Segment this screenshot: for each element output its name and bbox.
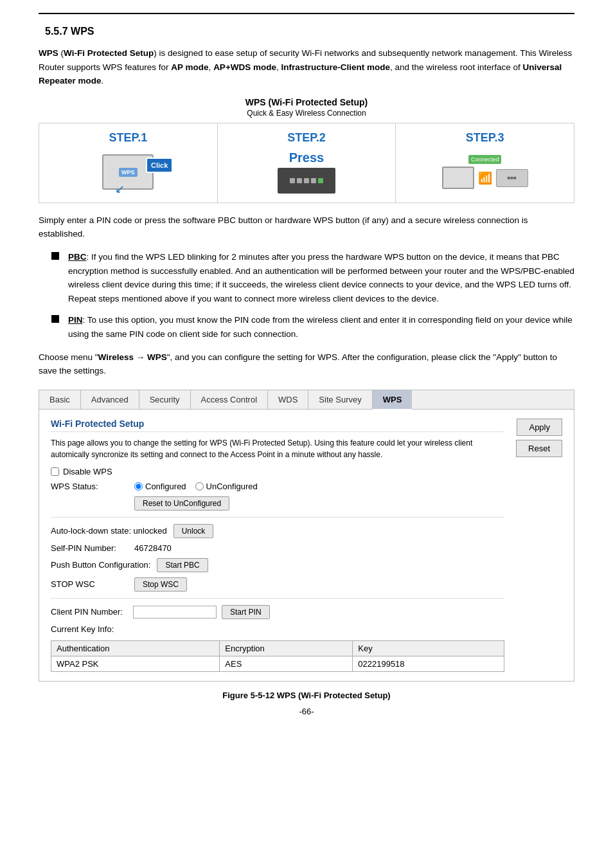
- start-pin-button[interactable]: Start PIN: [222, 605, 270, 619]
- wps-diagram: WPS (Wi-Fi Protected Setup) Quick & Easy…: [39, 97, 574, 203]
- tab-bar: Basic Advanced Security Access Control W…: [39, 390, 574, 410]
- step1-label: STEP.1: [46, 131, 211, 145]
- tab-wds[interactable]: WDS: [268, 390, 308, 409]
- table-header-auth: Authentication: [51, 640, 220, 656]
- table-row: WPA2 PSK AES 0222199518: [51, 656, 504, 671]
- wps-status-radio-group: Configured UnConfigured: [134, 482, 258, 491]
- wps-config-main: Wi-Fi Protected Setup This page allows y…: [51, 419, 504, 672]
- table-header-key: Key: [353, 640, 504, 656]
- bullet-square-icon: [51, 252, 59, 260]
- disable-wps-label: Disable WPS: [63, 467, 112, 476]
- pin-text: : To use this option, you must know the …: [68, 315, 573, 339]
- bullet-pbc: PBC: If you find the WPS LED blinking fo…: [51, 250, 574, 305]
- wps-status-label: WPS Status:: [51, 482, 128, 491]
- bullet-list: PBC: If you find the WPS LED blinking fo…: [51, 250, 574, 341]
- pbc-term: PBC: [68, 252, 87, 262]
- tab-security[interactable]: Security: [139, 390, 191, 409]
- figure-caption: Figure 5-5-12 WPS (Wi-Fi Protected Setup…: [39, 691, 574, 700]
- tab-basic[interactable]: Basic: [39, 390, 81, 409]
- reset-to-unconfigured-button[interactable]: Reset to UnConfigured: [134, 496, 229, 511]
- table-cell-enc: AES: [220, 656, 353, 671]
- start-pbc-button[interactable]: Start PBC: [157, 558, 208, 572]
- press-label: Press: [289, 150, 324, 165]
- unconfigured-label: UnConfigured: [206, 482, 258, 491]
- self-pin-label: Self-PIN Number:: [51, 543, 128, 553]
- wps-section-heading: Wi-Fi Protected Setup: [51, 419, 504, 432]
- current-key-row: Current Key Info:: [51, 624, 504, 634]
- current-key-label: Current Key Info:: [51, 624, 114, 634]
- intro-paragraph-1: WPS (Wi-Fi Protected Setup) is designed …: [39, 46, 574, 88]
- intro-paragraph-2: Simply enter a PIN code or press the sof…: [39, 213, 574, 241]
- diagram-title: WPS (Wi-Fi Protected Setup): [39, 97, 574, 107]
- wps-step-3: STEP.3 Connected 📶 ■■■: [396, 123, 574, 203]
- unconfigured-option[interactable]: UnConfigured: [195, 482, 258, 491]
- tab-wps[interactable]: WPS: [373, 390, 413, 410]
- table-cell-auth: WPA2 PSK: [51, 656, 220, 671]
- reset-unconfigured-row: Reset to UnConfigured: [51, 496, 504, 511]
- auto-lock-label: Auto-lock-down state: unlocked: [51, 526, 167, 536]
- push-button-row: Push Button Configuration: Start PBC: [51, 558, 504, 572]
- table-cell-key: 0222199518: [353, 656, 504, 671]
- tab-site-survey[interactable]: Site Survey: [308, 390, 372, 409]
- disable-wps-row: Disable WPS: [51, 467, 504, 476]
- wps-status-row: WPS Status: Configured UnConfigured: [51, 482, 504, 491]
- apply-button[interactable]: Apply: [517, 419, 562, 436]
- client-pin-row: Client PIN Number: Start PIN: [51, 605, 504, 619]
- config-sidebar: Apply Reset: [511, 419, 562, 672]
- client-pin-label: Client PIN Number:: [51, 607, 128, 617]
- key-info-table: Authentication Encryption Key WPA2 PSK A…: [51, 640, 504, 672]
- step2-label: STEP.2: [224, 131, 389, 145]
- intro-paragraph-3: Choose menu "Wireless → WPS", and you ca…: [39, 350, 574, 378]
- stop-wsc-label: STOP WSC: [51, 579, 128, 589]
- wps-step-2: STEP.2 Press: [218, 123, 396, 203]
- bullet-pin: PIN: To use this option, you must know t…: [51, 313, 574, 341]
- pin-term: PIN: [68, 315, 83, 325]
- section-title: 5.5.7 WPS: [39, 26, 574, 37]
- self-pin-value: 46728470: [134, 543, 172, 553]
- page-number: -66-: [39, 707, 574, 716]
- self-pin-row: Self-PIN Number: 46728470: [51, 543, 504, 553]
- diagram-subtitle: Quick & Easy Wireless Connection: [39, 109, 574, 118]
- unconfigured-radio[interactable]: [195, 482, 204, 491]
- configured-option[interactable]: Configured: [134, 482, 186, 491]
- bullet-square-icon-2: [51, 315, 59, 323]
- tab-access-control[interactable]: Access Control: [191, 390, 268, 409]
- wps-desc: This page allows you to change the setti…: [51, 437, 504, 460]
- reset-button[interactable]: Reset: [516, 440, 562, 457]
- step3-label: STEP.3: [402, 131, 567, 145]
- tab-advanced[interactable]: Advanced: [81, 390, 139, 409]
- connected-badge: Connected: [468, 155, 502, 164]
- client-pin-input[interactable]: [133, 606, 217, 619]
- configured-label: Configured: [145, 482, 186, 491]
- configured-radio[interactable]: [134, 482, 143, 491]
- wps-step-1: STEP.1 WPS Click ↙: [39, 123, 218, 203]
- unlock-button[interactable]: Unlock: [173, 524, 214, 538]
- auto-lock-row: Auto-lock-down state: unlocked Unlock: [51, 524, 504, 538]
- table-header-enc: Encryption: [220, 640, 353, 656]
- click-label: Click: [146, 158, 173, 173]
- wifi-waves-icon: 📶: [478, 171, 492, 185]
- config-box: Basic Advanced Security Access Control W…: [39, 390, 574, 682]
- stop-wsc-button[interactable]: Stop WSC: [134, 577, 187, 592]
- disable-wps-checkbox[interactable]: [51, 467, 59, 476]
- pbc-text: : If you find the WPS LED blinking for 2…: [68, 252, 574, 303]
- push-button-label: Push Button Configuration:: [51, 560, 150, 570]
- stop-wsc-row: STOP WSC Stop WSC: [51, 577, 504, 592]
